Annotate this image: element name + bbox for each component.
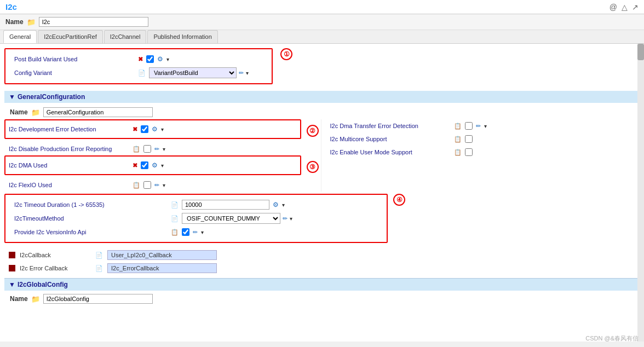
- tab-general[interactable]: General: [3, 30, 37, 43]
- general-config-header[interactable]: ▼ GeneralConfiguration: [4, 91, 640, 103]
- timeout-method-row: I2cTimeoutMethod 📄 OSIF_COUNTER_DUMMY ✏ …: [10, 211, 382, 225]
- caret-6[interactable]: ▾: [163, 182, 165, 188]
- copy-icon-7[interactable]: 📄: [171, 215, 179, 222]
- copy-icon-2[interactable]: 📋: [133, 182, 140, 189]
- post-build-label: Post Build Variant Used: [14, 56, 135, 62]
- config-variant-dropdown: VariantPostBuild ✏ ▾: [149, 67, 249, 78]
- dev-error-row: I2c Development Error Detection ✖ ⚙ ▾: [9, 123, 297, 136]
- caret-9[interactable]: ▾: [290, 216, 292, 222]
- title-icons: @ △ ↗: [610, 3, 639, 11]
- pencil-icon-6[interactable]: ✏: [193, 229, 198, 236]
- up-icon[interactable]: △: [622, 3, 628, 11]
- at-icon[interactable]: @: [610, 3, 617, 11]
- tab-i2cecucpartitionref[interactable]: I2cEcucPartitionRef: [38, 30, 103, 43]
- caret-4[interactable]: ▾: [163, 146, 165, 152]
- callback-square-1: [9, 252, 15, 258]
- config-variant-row: Config Variant 📄 VariantPostBuild ✏ ▾: [10, 66, 267, 80]
- post-build-checkbox[interactable]: [146, 55, 154, 63]
- callback-row-1: I2cCallback 📄 User_LpI2c0_Callback: [4, 248, 640, 262]
- tabs-bar: General I2cEcucPartitionRef I2cChannel P…: [0, 30, 644, 44]
- callback-label-2: I2c Error Callback: [20, 265, 91, 271]
- flexio-label: I2c FlexIO Used: [9, 182, 129, 188]
- caret-10[interactable]: ▾: [201, 229, 204, 235]
- gear-icon-3[interactable]: ⚙: [152, 161, 158, 169]
- folder-icon-3: 📁: [31, 108, 40, 117]
- name-label-3: Name: [10, 295, 28, 303]
- pencil-icon-2[interactable]: ✏: [154, 146, 159, 153]
- main-content: Post Build Variant Used ✖ ⚙ ▾ Config Var…: [0, 44, 644, 342]
- folder-icon-2: 📄: [138, 70, 146, 77]
- gear-icon[interactable]: ⚙: [157, 55, 163, 63]
- circle-2: ②: [307, 125, 319, 137]
- i2c-global-config-title: I2cGlobalConfig: [18, 281, 68, 288]
- general-config-name-input[interactable]: [43, 107, 153, 117]
- user-mode-checkbox[interactable]: [465, 148, 473, 156]
- tab-published-information[interactable]: Published Information: [147, 30, 217, 43]
- flexio-row: I2c FlexIO Used 📋 ✏ ▾: [4, 178, 319, 192]
- caret-3[interactable]: ▾: [161, 126, 164, 132]
- circle-4: ④: [393, 194, 405, 206]
- copy-icon-3[interactable]: 📋: [454, 123, 462, 130]
- folder-icon-4: 📁: [31, 295, 40, 303]
- name-label-2: Name: [10, 108, 28, 116]
- copy-icon-9[interactable]: 📄: [95, 252, 103, 259]
- scrollbar-thumb[interactable]: [637, 44, 644, 60]
- x-icon-2[interactable]: ✖: [133, 126, 137, 133]
- i2c-global-config-name-input[interactable]: [43, 294, 153, 304]
- timeout-input[interactable]: [182, 200, 269, 210]
- config-variant-select[interactable]: VariantPostBuild: [149, 67, 237, 78]
- callback-row-2: I2c Error Callback 📄 I2c_ErrorCallback: [4, 262, 640, 275]
- pencil-icon[interactable]: ✏: [239, 70, 244, 77]
- caret-7[interactable]: ▾: [484, 123, 487, 129]
- tab-i2cchannel[interactable]: I2cChannel: [104, 30, 147, 43]
- copy-icon-5[interactable]: 📋: [454, 149, 462, 156]
- caret-8[interactable]: ▾: [282, 202, 285, 208]
- copy-icon-6[interactable]: 📄: [171, 201, 179, 209]
- name-input[interactable]: [39, 17, 148, 27]
- timeout-row: I2c Timeout Duration (1 -> 65535) 📄 ⚙ ▾: [10, 198, 382, 211]
- arrow-icon-2: ▼: [9, 281, 15, 288]
- dma-used-checkbox[interactable]: [141, 161, 148, 169]
- caret-5[interactable]: ▾: [161, 163, 164, 169]
- x-icon-3[interactable]: ✖: [133, 162, 137, 169]
- i2c-global-config-header[interactable]: ▼ I2cGlobalConfig: [4, 278, 640, 291]
- scrollbar-area[interactable]: [637, 44, 644, 342]
- caret-icon[interactable]: ▾: [166, 56, 169, 62]
- general-config-title: GeneralConfiguration: [18, 93, 85, 101]
- pencil-icon-3[interactable]: ✏: [154, 182, 159, 189]
- gear-icon-2[interactable]: ⚙: [152, 125, 158, 133]
- pencil-icon-4[interactable]: ✏: [476, 123, 481, 130]
- flexio-checkbox[interactable]: [143, 181, 151, 189]
- i2c-global-config-name-row: Name 📁: [4, 292, 640, 306]
- timeout-section: I2c Timeout Duration (1 -> 65535) 📄 ⚙ ▾ …: [4, 194, 388, 243]
- circle-3: ③: [307, 161, 319, 173]
- callback-label-1: I2cCallback: [20, 252, 91, 258]
- disable-prod-label: I2c Disable Production Error Reporting: [9, 146, 129, 152]
- version-info-checkbox[interactable]: [182, 228, 189, 236]
- gear-icon-4[interactable]: ⚙: [273, 201, 279, 209]
- timeout-method-select[interactable]: OSIF_COUNTER_DUMMY: [182, 213, 280, 224]
- dma-transfer-checkbox[interactable]: [465, 122, 473, 130]
- arrow-icon: ▼: [9, 93, 15, 101]
- name-bar: Name 📁: [0, 14, 644, 30]
- timeout-method-label: I2cTimeoutMethod: [14, 215, 168, 222]
- x-icon[interactable]: ✖: [138, 56, 143, 63]
- link-icon[interactable]: ↗: [632, 3, 639, 11]
- circle-1: ①: [280, 48, 292, 60]
- dev-error-checkbox[interactable]: [141, 125, 148, 133]
- copy-icon-4[interactable]: 📋: [454, 136, 462, 143]
- multicore-label: I2c Multicore Support: [330, 136, 451, 142]
- watermark: CSDN @&春风有信: [585, 334, 639, 342]
- caret-icon-2[interactable]: ▾: [246, 70, 249, 76]
- copy-icon-10[interactable]: 📄: [95, 265, 103, 272]
- callback-value-1: User_LpI2c0_Callback: [107, 250, 217, 260]
- disable-prod-checkbox[interactable]: [143, 145, 151, 153]
- pencil-icon-5[interactable]: ✏: [283, 215, 288, 222]
- dma-used-row: I2c DMA Used ✖ ⚙ ▾: [9, 159, 297, 172]
- copy-icon-8[interactable]: 📋: [171, 229, 179, 236]
- timeout-method-dropdown: OSIF_COUNTER_DUMMY ✏ ▾: [182, 213, 292, 224]
- disable-prod-row: I2c Disable Production Error Reporting 📋…: [4, 142, 319, 155]
- user-mode-row: I2c Enable User Mode Support 📋: [326, 146, 640, 159]
- multicore-checkbox[interactable]: [465, 135, 473, 143]
- copy-icon[interactable]: 📋: [133, 146, 140, 153]
